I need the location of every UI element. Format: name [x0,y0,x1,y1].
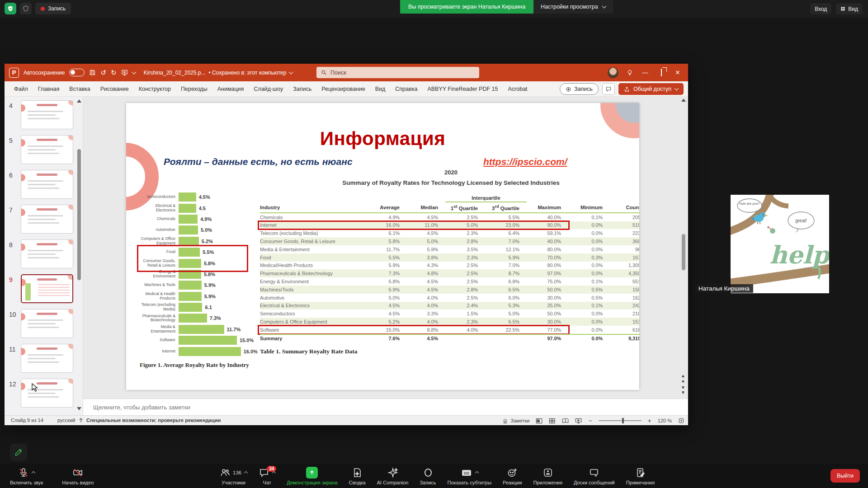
zoom-in-button[interactable]: + [648,417,651,424]
notes-area[interactable]: Щелкните, чтобы добавить заметки [83,399,688,415]
slide-link[interactable]: https://ipscio.com/ [483,156,567,167]
slide[interactable]: Информация Роялти – данные есть, но есть… [126,103,639,390]
annotations-button[interactable]: Примечания [623,467,659,485]
slide-thumbnail-6[interactable]: 6 [5,170,83,202]
comments-button[interactable] [602,83,615,95]
recording-indicator[interactable]: Запись [35,3,71,14]
ribbon-tab-4[interactable]: Конструктор [134,81,176,97]
lightbulb-icon[interactable] [627,70,633,76]
security-shield-icon[interactable] [5,3,16,14]
ribbon-tab-12[interactable]: ABBYY FineReader PDF 15 [422,81,503,97]
chat-button[interactable]: 34 Чат [255,467,279,485]
slideshow-view-icon[interactable] [575,418,582,424]
slide-thumbnail-card[interactable] [21,379,73,408]
ribbon-tab-2[interactable]: Вставка [64,81,95,97]
record-button[interactable]: Запись [560,83,599,95]
zoom-out-button[interactable]: − [588,417,592,424]
close-button[interactable]: ✕ [674,69,682,76]
autosave-toggle[interactable] [69,69,85,76]
start-slideshow-icon[interactable] [121,69,128,76]
whiteboard-icon [589,467,599,478]
login-button[interactable]: Вход [810,3,831,14]
start-video-button[interactable]: Начать видео [58,467,97,485]
summary-button[interactable]: Сводка [345,467,369,485]
slide-thumbnail-card[interactable] [21,344,73,373]
ribbon-tab-10[interactable]: Вид [370,81,391,97]
slide-thumbnail-card[interactable] [21,274,73,303]
zoom-level[interactable]: 120 % [658,418,672,423]
view-button[interactable]: Вид [836,3,863,14]
encryption-icon[interactable] [20,3,32,14]
ribbon-tab-9[interactable]: Рецензирование [316,81,370,97]
slide-thumbnail-5[interactable]: 5 [5,135,83,167]
minimize-button[interactable]: — [641,69,649,76]
reactions-button[interactable]: Реакции [499,467,526,485]
zoom-slider[interactable] [599,420,642,421]
slide-thumbnail-card[interactable] [21,170,73,199]
user-avatar[interactable] [608,67,618,78]
slide-title: Информация [126,128,639,150]
slide-number: 6 [9,172,13,179]
slide-thumbnail-4[interactable]: 4 [5,100,83,132]
notes-toggle-button[interactable]: Заметки [502,418,529,424]
scroll-up-icon[interactable] [681,99,686,102]
ribbon-tab-13[interactable]: Acrobat [503,81,532,97]
webcam-video[interactable]: how are you? great! help [731,195,829,293]
undo-icon[interactable]: ↺ [100,69,106,76]
ribbon-tab-6[interactable]: Анимация [212,81,249,97]
leave-button[interactable]: Выйти [830,469,860,483]
restore-button[interactable] [657,69,665,76]
search-input[interactable] [330,70,466,76]
slide-thumbnail-11[interactable]: 11 [5,344,83,375]
record-button[interactable]: Запись [416,467,439,485]
slide-thumbnail-card[interactable] [21,135,73,164]
table-cell: 5.3% [485,303,527,308]
annotation-pencil-button[interactable] [10,444,27,461]
quick-access-chevron-icon[interactable] [132,70,136,74]
slide-sorter-icon[interactable] [549,418,556,424]
ribbon-tab-3[interactable]: Рисование [95,81,134,97]
slide-thumbnail-9[interactable]: 9 [5,274,83,306]
ribbon-tab-1[interactable]: Главная [33,81,65,97]
whiteboards-button[interactable]: Доски сообщений [570,467,618,485]
fit-to-window-icon[interactable] [678,418,684,424]
search-box[interactable] [316,67,479,78]
reading-view-icon[interactable] [562,418,569,424]
apps-button[interactable]: Приложения [530,467,566,485]
slide-thumbnail-card[interactable] [21,239,73,268]
ribbon-tab-0[interactable]: Файл [9,81,33,97]
saved-status[interactable]: • Сохранено в: этот компьютер [208,70,286,76]
chevron-up-icon[interactable] [272,471,276,475]
canvas-scrollbar[interactable]: ▲▲ ▼▼ [681,99,686,395]
chevron-up-icon[interactable] [32,471,35,475]
ribbon-tab-5[interactable]: Переходы [176,81,212,97]
ribbon-tab-7[interactable]: Слайд-шоу [249,81,288,97]
participants-button[interactable]: 136 Участники [216,467,251,485]
ai-companion-button[interactable]: AI Companion [373,467,412,485]
save-icon[interactable] [89,69,96,76]
slide-thumbnail-card[interactable] [21,205,73,234]
ribbon-tab-8[interactable]: Запись [288,81,316,97]
unmute-button[interactable]: Включить звук [6,467,47,485]
slide-thumbnail-card[interactable] [21,100,73,129]
slide-thumbnail-8[interactable]: 8 [5,239,83,271]
chevron-up-icon[interactable] [475,471,479,475]
share-button[interactable]: Общий доступ [618,83,684,95]
accessibility-status[interactable]: Специальные возможности: проверьте реком… [86,418,221,423]
ribbon-tab-11[interactable]: Справка [390,81,422,97]
slide-thumbnail-card[interactable] [21,309,73,338]
next-slide-button[interactable]: ▼▼ [681,385,685,395]
slide-thumbnail-12[interactable]: 12 [5,379,83,410]
share-screen-button[interactable]: Демонстрация экрана [283,467,341,485]
language-indicator[interactable]: русский [57,418,75,423]
redo-icon[interactable]: ↻ [111,69,117,76]
table-cell: 0.3% [568,255,610,260]
previous-slide-button[interactable]: ▲▲ [681,373,685,383]
captions-button[interactable]: CC Показать субтитры [444,467,495,485]
chevron-up-icon[interactable] [244,471,248,475]
normal-view-icon[interactable] [536,418,542,424]
slide-thumbnail-7[interactable]: 7 [5,205,83,236]
file-name[interactable]: Kirshina_20_02_2025.p... [144,70,206,76]
view-settings-button[interactable]: Настройки просмотра [533,0,613,14]
slide-thumbnail-10[interactable]: 10 [5,309,83,341]
